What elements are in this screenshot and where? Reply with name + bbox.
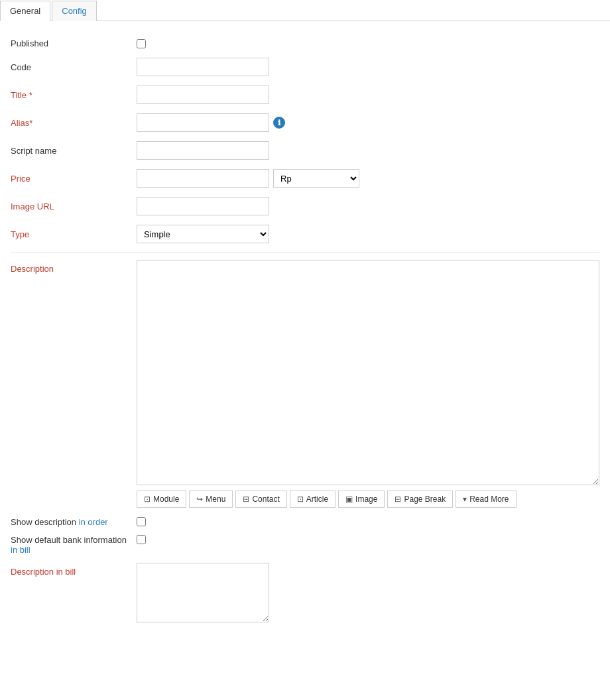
scriptname-label: Script name — [11, 146, 137, 156]
title-input[interactable] — [137, 86, 269, 104]
imageurl-row: Image URL — [11, 197, 599, 215]
readmore-button[interactable]: ▾ Read More — [456, 491, 516, 508]
show-desc-order-checkbox[interactable] — [137, 517, 146, 526]
readmore-label: Read More — [469, 495, 509, 504]
published-label: Published — [11, 38, 137, 48]
tab-config[interactable]: Config — [52, 1, 97, 21]
show-desc-order-row: Show description in order — [11, 517, 599, 527]
code-input[interactable] — [137, 58, 269, 76]
menu-label: Menu — [206, 495, 225, 504]
module-label: Module — [153, 495, 179, 504]
alias-input[interactable] — [137, 113, 269, 132]
desc-bill-row: Description in bill — [11, 563, 599, 622]
price-label: Price — [11, 174, 137, 184]
description-textarea[interactable] — [137, 260, 599, 485]
alias-row: Alias* ℹ — [11, 113, 599, 132]
published-row: Published — [11, 38, 599, 48]
module-icon: ⊡ — [144, 495, 151, 504]
desc-bill-textarea[interactable] — [137, 563, 269, 622]
pagebreak-button[interactable]: ⊟ Page Break — [387, 491, 453, 508]
menu-button[interactable]: ↪ Menu — [189, 491, 233, 508]
article-icon: ⊡ — [297, 495, 304, 504]
description-row: Description — [11, 260, 599, 485]
image-icon: ▣ — [345, 495, 353, 504]
code-row: Code — [11, 58, 599, 76]
contact-button[interactable]: ⊟ Contact — [235, 491, 286, 508]
type-label: Type — [11, 229, 137, 239]
show-bank-checkbox[interactable] — [137, 535, 146, 544]
editor-toolbar: ⊡ Module ↪ Menu ⊟ Contact ⊡ Article ▣ Im… — [137, 491, 599, 508]
title-label: Title * — [11, 90, 137, 100]
image-button[interactable]: ▣ Image — [338, 491, 385, 508]
tab-general[interactable]: General — [0, 1, 50, 21]
scriptname-row: Script name — [11, 141, 599, 160]
show-desc-order-label: Show description in order — [11, 517, 137, 527]
alias-label: Alias* — [11, 118, 137, 128]
description-label: Description — [11, 260, 137, 274]
contact-label: Contact — [252, 495, 279, 504]
imageurl-label: Image URL — [11, 202, 137, 211]
form-container: Published Code Title * Alias* ℹ Script n… — [0, 32, 610, 638]
code-label: Code — [11, 62, 137, 72]
type-row: Type Simple — [11, 225, 599, 243]
desc-bill-label: Description in bill — [11, 563, 137, 577]
published-checkbox[interactable] — [137, 39, 146, 48]
show-bank-label: Show default bank information in bill — [11, 535, 137, 555]
tab-bar: General Config — [0, 0, 610, 21]
scriptname-input[interactable] — [137, 141, 269, 160]
title-row: Title * — [11, 86, 599, 104]
imageurl-input[interactable] — [137, 197, 269, 215]
menu-icon: ↪ — [196, 495, 203, 504]
show-bank-row: Show default bank information in bill — [11, 535, 599, 555]
currency-select[interactable]: Rp — [273, 169, 359, 188]
alias-input-group: ℹ — [137, 113, 285, 132]
readmore-icon: ▾ — [463, 495, 467, 504]
contact-icon: ⊟ — [243, 495, 249, 504]
price-input[interactable] — [137, 169, 269, 188]
price-input-group: Rp — [137, 169, 359, 188]
alias-info-icon[interactable]: ℹ — [273, 117, 285, 129]
module-button[interactable]: ⊡ Module — [137, 491, 186, 508]
divider — [11, 253, 599, 253]
type-select[interactable]: Simple — [137, 225, 269, 243]
article-label: Article — [306, 495, 328, 504]
article-button[interactable]: ⊡ Article — [290, 491, 336, 508]
price-row: Price Rp — [11, 169, 599, 188]
image-label: Image — [355, 495, 377, 504]
pagebreak-label: Page Break — [404, 495, 446, 504]
pagebreak-icon: ⊟ — [395, 495, 401, 504]
